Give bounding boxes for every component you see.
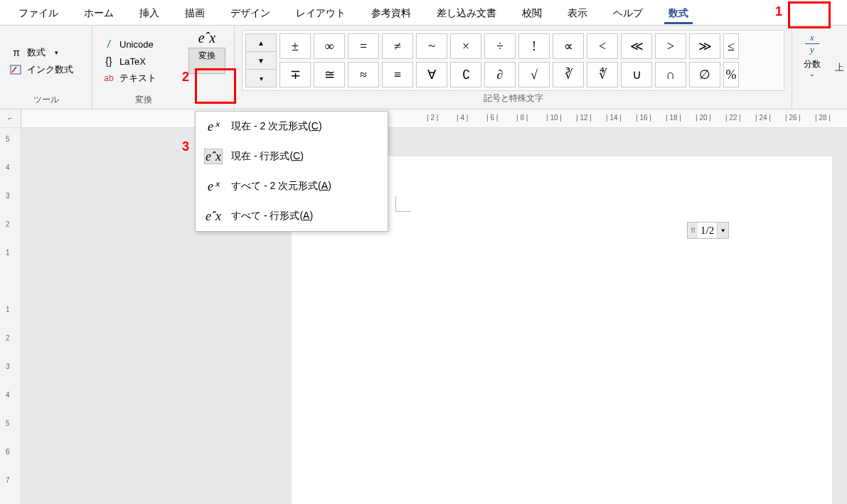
ex-caret-icon: eˆx	[204, 149, 223, 164]
ruler-tick: 4	[6, 163, 10, 171]
convert-button[interactable]: 変換 ⌄	[188, 48, 225, 74]
symbol-button[interactable]: ∂	[484, 62, 516, 87]
symbol-button[interactable]: ≅	[314, 62, 345, 87]
horizontal-ruler[interactable]: | 2 || 4 || 6 || 8 || 10 || 12 || 14 || …	[21, 109, 847, 127]
symbol-button[interactable]: <	[587, 33, 618, 59]
menu-all-2d[interactable]: eˣ すべて - 2 次元形式(A)	[196, 171, 388, 201]
symbol-button[interactable]: √	[518, 62, 550, 87]
symbol-button[interactable]: ∀	[416, 62, 447, 87]
latex-button[interactable]: {} LaTeX	[100, 53, 187, 70]
symbol-button[interactable]: ×	[450, 33, 481, 59]
convert-label: 変換	[198, 50, 215, 60]
menu-current-linear[interactable]: eˆx 現在 - 行形式(C)	[196, 141, 388, 171]
convert-dropdown-menu: eˣ 現在 - 2 次元形式(C) eˆx 現在 - 行形式(C) eˣ すべて…	[195, 111, 388, 232]
symbol-button[interactable]: ∩	[655, 62, 686, 87]
symbol-button[interactable]: ∓	[279, 62, 311, 87]
ruler-area: ⌐ | 2 || 4 || 6 || 8 || 10 || 12 || 14 |…	[0, 109, 847, 128]
ex-superscript-icon: eˣ	[204, 178, 223, 194]
tab-layout[interactable]: レイアウト	[283, 0, 358, 26]
symbols-more[interactable]: ▾	[246, 70, 276, 87]
equation-label: 数式	[27, 46, 46, 59]
menu-all-2d-label: すべて - 2 次元形式(A)	[231, 180, 331, 193]
tab-draw[interactable]: 描画	[172, 0, 218, 26]
tab-references[interactable]: 参考資料	[358, 0, 424, 26]
ruler-corner[interactable]: ⌐	[0, 109, 21, 127]
tab-equation[interactable]: 数式	[656, 0, 701, 26]
structures-more: 上	[832, 26, 847, 109]
unicode-label: Unicode	[119, 39, 154, 50]
equation-dropdown[interactable]: ▼	[717, 222, 728, 238]
ruler-tick: | 6 |	[486, 114, 498, 122]
ribbon-body: π 数式 ▾ インク数式 ツール / Unicode {}	[0, 26, 847, 109]
symbols-scroll-down[interactable]: ▼	[246, 52, 276, 70]
symbol-button[interactable]: ≡	[382, 62, 413, 87]
symbol-button[interactable]: ∪	[621, 62, 652, 87]
symbol-button[interactable]: ∅	[689, 62, 720, 87]
group-symbols: ±∞=≠~×÷!∝<≪>≫≤▲▼▾∓≅≈≡∀∁∂√∛∜∪∩∅% 記号と特殊文字	[235, 26, 792, 109]
ruler-tick: | 18 |	[666, 114, 681, 122]
symbol-button[interactable]: ∛	[553, 62, 584, 87]
group-structures: xy 分数 ⌄	[792, 26, 832, 109]
symbol-button[interactable]: ÷	[484, 33, 516, 59]
tab-design[interactable]: デザイン	[218, 0, 283, 26]
symbol-button[interactable]: ≈	[348, 62, 379, 87]
ruler-tick: | 22 |	[725, 114, 741, 122]
menu-all-linear-label: すべて - 行形式(A)	[231, 210, 313, 222]
unicode-button[interactable]: / Unicode	[100, 36, 187, 53]
tab-insert[interactable]: 挿入	[127, 0, 172, 26]
menu-all-linear[interactable]: eˆx すべて - 行形式(A)	[196, 201, 388, 231]
tab-view[interactable]: 表示	[555, 0, 600, 26]
ex-superscript-icon: eˣ	[204, 119, 223, 134]
symbol-button[interactable]: !	[518, 33, 550, 59]
ab-icon: ab	[102, 72, 115, 85]
symbol-button[interactable]: ∞	[314, 33, 345, 59]
symbols-grid: ±∞=≠~×÷!∝<≪>≫≤▲▼▾∓≅≈≡∀∁∂√∛∜∪∩∅%	[242, 30, 784, 91]
chevron-down-icon: ⌄	[204, 64, 210, 71]
tab-mailings[interactable]: 差し込み文書	[424, 0, 509, 26]
equation-content[interactable]: 1/2	[698, 224, 717, 237]
symbol-button[interactable]: >	[655, 33, 686, 59]
symbol-button[interactable]: =	[348, 33, 379, 59]
group-tools: π 数式 ▾ インク数式 ツール	[0, 26, 92, 109]
ruler-tick: 5	[6, 419, 10, 427]
braces-icon: {}	[102, 55, 115, 68]
menu-current-2d[interactable]: eˣ 現在 - 2 次元形式(C)	[196, 112, 388, 141]
symbol-button[interactable]: ≤	[723, 33, 739, 59]
fraction-button[interactable]: xy 分数 ⌄	[801, 28, 824, 77]
ruler-tick: 1	[6, 249, 10, 257]
symbol-button[interactable]: ~	[416, 33, 447, 59]
symbols-scroll-up[interactable]: ▲	[246, 34, 276, 52]
ink-equation-button[interactable]: インク数式	[7, 61, 85, 78]
equation-handle[interactable]: ⠿	[688, 222, 698, 238]
ruler-tick: 2	[6, 334, 10, 342]
text-button[interactable]: ab テキスト	[100, 70, 187, 87]
ruler-tick: | 28 |	[815, 114, 831, 122]
ruler-tick: 3	[6, 363, 10, 370]
symbol-button[interactable]: ±	[279, 33, 311, 59]
equation-box[interactable]: ⠿ 1/2 ▼	[687, 222, 729, 239]
group-conversion-label: 変換	[100, 92, 187, 107]
ruler-tick: | 20 |	[696, 114, 711, 122]
ink-equation-label: インク数式	[27, 63, 73, 76]
group-symbols-label: 記号と特殊文字	[242, 91, 784, 106]
symbol-button[interactable]: %	[723, 62, 739, 87]
menu-current-2d-label: 現在 - 2 次元形式(C)	[231, 120, 322, 133]
vertical-ruler[interactable]: 543211234567	[0, 128, 21, 504]
ruler-tick: 7	[6, 476, 10, 484]
menu-current-linear-label: 現在 - 行形式(C)	[231, 150, 304, 163]
tab-file[interactable]: ファイル	[6, 0, 71, 26]
equation-button[interactable]: π 数式 ▾	[7, 44, 85, 61]
symbol-button[interactable]: ≫	[689, 33, 720, 59]
tab-help[interactable]: ヘルプ	[600, 0, 656, 26]
chevron-down-icon: ▾	[50, 46, 63, 59]
text-label: テキスト	[119, 72, 156, 85]
ruler-tick: | 10 |	[546, 114, 562, 122]
symbol-button[interactable]: ≠	[382, 33, 413, 59]
symbol-button[interactable]: ∝	[553, 33, 584, 59]
tab-review[interactable]: 校閲	[509, 0, 555, 26]
ruler-tick: | 24 |	[755, 114, 771, 122]
symbol-button[interactable]: ∁	[450, 62, 481, 87]
symbol-button[interactable]: ≪	[621, 33, 652, 59]
symbol-button[interactable]: ∜	[587, 62, 618, 87]
tab-home[interactable]: ホーム	[71, 0, 127, 26]
